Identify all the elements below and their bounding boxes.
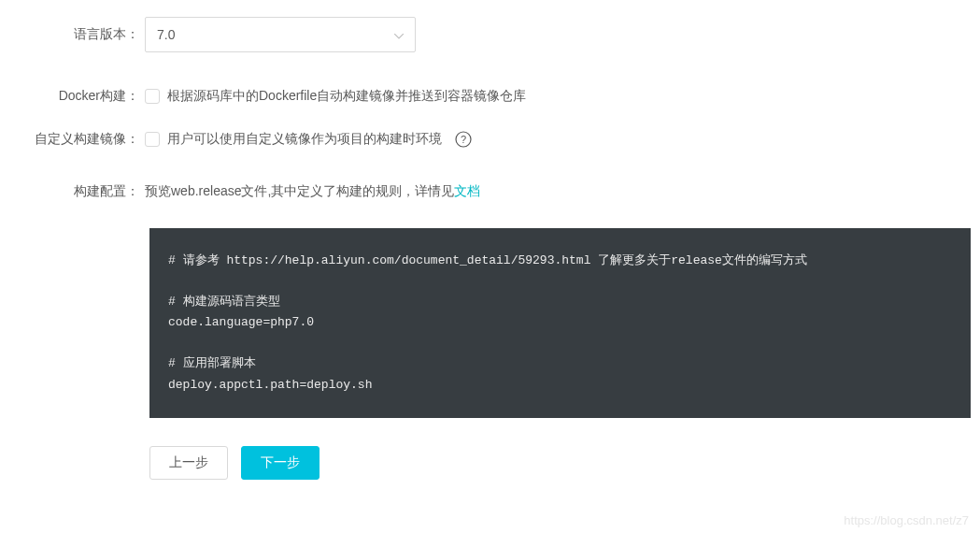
build-config-label: 构建配置： — [0, 183, 145, 200]
svg-text:?: ? — [461, 134, 466, 145]
custom-image-label: 自定义构建镜像： — [0, 131, 145, 148]
doc-link[interactable]: 文档 — [454, 183, 480, 198]
language-version-value: 7.0 — [157, 27, 394, 42]
release-file-preview: # 请参考 https://help.aliyun.com/document_d… — [149, 228, 971, 418]
custom-image-text: 用户可以使用自定义镜像作为项目的构建时环境 — [167, 131, 442, 148]
help-icon[interactable]: ? — [455, 131, 472, 148]
docker-build-label: Docker构建： — [0, 88, 145, 105]
prev-button[interactable]: 上一步 — [149, 446, 228, 480]
language-version-label: 语言版本： — [0, 26, 145, 43]
custom-image-checkbox[interactable] — [145, 132, 160, 147]
docker-build-checkbox[interactable] — [145, 89, 160, 104]
language-version-select[interactable]: 7.0 — [145, 17, 416, 52]
build-config-text: 预览web.release文件,其中定义了构建的规则，详情见 — [145, 183, 454, 198]
docker-build-text: 根据源码库中的Dockerfile自动构建镜像并推送到容器镜像仓库 — [167, 88, 526, 105]
chevron-down-icon — [394, 27, 404, 42]
next-button[interactable]: 下一步 — [241, 446, 320, 480]
watermark: https://blog.csdn.net/z7 — [844, 513, 969, 527]
